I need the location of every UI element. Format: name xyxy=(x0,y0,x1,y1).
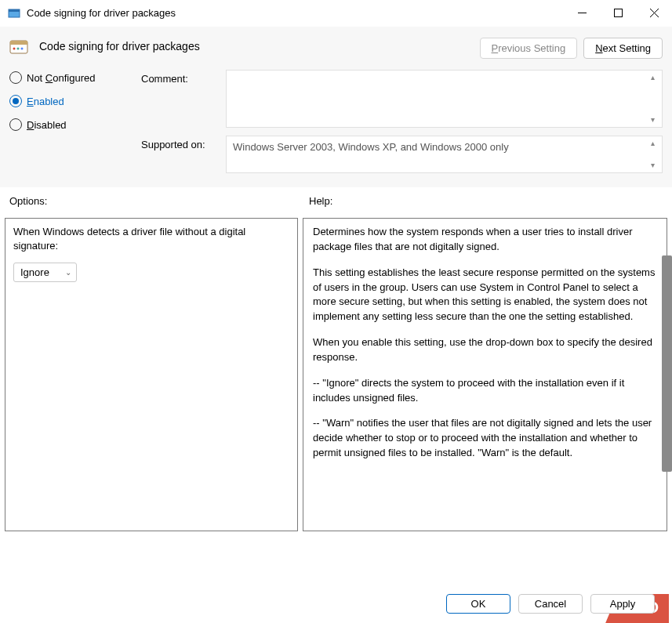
svg-rect-7 xyxy=(10,41,27,45)
state-radio-group: Not Configured Enabled Disabled xyxy=(9,71,141,131)
signature-action-dropdown[interactable]: Ignore ⌄ xyxy=(13,263,77,282)
titlebar: Code signing for driver packages xyxy=(0,0,672,27)
cancel-button[interactable]: Cancel xyxy=(518,594,583,614)
previous-setting-button[interactable]: Previous Setting xyxy=(480,38,578,59)
policy-title: Code signing for driver packages xyxy=(39,40,200,53)
help-text: Determines how the system responds when … xyxy=(313,225,657,255)
scroll-up-icon[interactable]: ▴ xyxy=(651,74,659,81)
options-panel: When Windows detects a driver file witho… xyxy=(5,218,298,531)
radio-disabled[interactable]: Disabled xyxy=(9,118,141,131)
maximize-button[interactable] xyxy=(600,1,636,26)
help-section-label: Help: xyxy=(309,195,663,207)
config-area: Not Configured Enabled Disabled Comment:… xyxy=(0,62,672,187)
scroll-down-icon[interactable]: ▾ xyxy=(651,116,659,124)
radio-enabled[interactable]: Enabled xyxy=(9,95,141,107)
policy-icon xyxy=(9,38,31,55)
window-controls xyxy=(564,1,672,26)
svg-point-8 xyxy=(13,48,16,50)
apply-button[interactable]: Apply xyxy=(590,594,655,614)
radio-not-configured[interactable]: Not Configured xyxy=(9,71,141,84)
policy-header: Code signing for driver packages Previou… xyxy=(0,27,672,62)
next-setting-button[interactable]: Next Setting xyxy=(583,38,663,59)
help-text: -- "Warn" notifies the user that files a… xyxy=(313,416,657,461)
help-text: When you enable this setting, use the dr… xyxy=(313,335,657,365)
supported-on-text: Windows Server 2003, Windows XP, and Win… xyxy=(226,136,663,173)
scrollbar-thumb[interactable] xyxy=(662,255,672,472)
dialog-footer: OK Cancel Apply xyxy=(446,594,655,614)
svg-point-9 xyxy=(17,48,20,50)
scroll-down-icon[interactable]: ▾ xyxy=(651,161,659,169)
comment-input[interactable]: ▴ ▾ xyxy=(226,70,663,128)
content-panels: When Windows detects a driver file witho… xyxy=(0,218,672,531)
svg-rect-1 xyxy=(9,9,20,12)
svg-point-10 xyxy=(21,48,24,50)
app-icon xyxy=(8,7,20,20)
help-text: This setting establishes the least secur… xyxy=(313,266,657,324)
supported-on-label: Supported on: xyxy=(141,136,226,150)
help-panel: Determines how the system responds when … xyxy=(303,218,667,531)
comment-label: Comment: xyxy=(141,70,226,85)
scroll-up-icon[interactable]: ▴ xyxy=(651,139,659,147)
ok-button[interactable]: OK xyxy=(446,594,510,614)
options-section-label: Options: xyxy=(9,195,309,207)
section-labels: Options: Help: xyxy=(0,187,672,218)
help-text: -- "Ignore" directs the system to procee… xyxy=(313,376,657,406)
chevron-down-icon: ⌄ xyxy=(65,268,71,277)
minimize-button[interactable] xyxy=(564,1,600,26)
svg-rect-3 xyxy=(614,9,622,17)
window-title: Code signing for driver packages xyxy=(27,7,564,19)
close-button[interactable] xyxy=(636,1,672,26)
dropdown-value: Ignore xyxy=(20,266,49,278)
options-prompt: When Windows detects a driver file witho… xyxy=(13,225,289,253)
